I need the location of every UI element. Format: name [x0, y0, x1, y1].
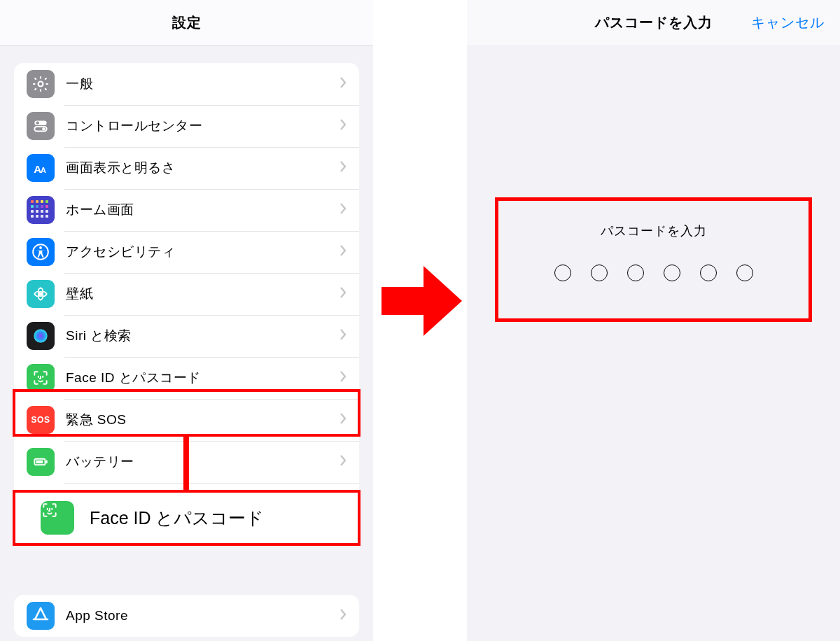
- settings-row-siri[interactable]: Siri と検索: [14, 315, 359, 357]
- passcode-dot: [664, 265, 680, 281]
- chevron-right-icon: [340, 412, 346, 428]
- row-label: アクセシビリティ: [66, 243, 175, 261]
- chevron-right-icon: [340, 286, 346, 302]
- chevron-right-icon: [340, 370, 346, 386]
- chevron-right-icon: [340, 118, 346, 134]
- chevron-right-icon: [340, 202, 346, 218]
- face-id-icon: [41, 501, 74, 535]
- passcode-dot: [591, 265, 608, 281]
- settings-row-app-store[interactable]: App Store: [14, 595, 359, 637]
- svg-point-0: [38, 82, 43, 87]
- accessibility-icon: [27, 238, 55, 266]
- app-store-icon: [27, 602, 55, 630]
- svg-point-8: [39, 246, 42, 249]
- settings-row-accessibility[interactable]: アクセシビリティ: [14, 231, 359, 273]
- svg-rect-12: [46, 460, 48, 463]
- passcode-dot: [554, 265, 571, 281]
- settings-header: 設定: [0, 0, 373, 46]
- svg-text:A: A: [41, 166, 46, 174]
- row-label: 画面表示と明るさ: [66, 159, 175, 177]
- face-id-icon: [27, 364, 55, 392]
- row-label: ホーム画面: [66, 201, 134, 219]
- passcode-dot: [627, 265, 644, 281]
- passcode-header: パスコードを入力 キャンセル: [467, 0, 840, 45]
- svg-point-10: [34, 329, 48, 343]
- settings-row-face-id[interactable]: Face ID とパスコード: [14, 357, 359, 399]
- chevron-right-icon: [340, 328, 346, 344]
- svg-rect-13: [36, 460, 43, 463]
- passcode-dots[interactable]: [502, 265, 805, 281]
- row-label: 緊急 SOS: [66, 411, 126, 429]
- passcode-dot: [736, 265, 753, 281]
- chevron-right-icon: [340, 454, 346, 470]
- row-label: 一般: [66, 75, 93, 93]
- svg-point-4: [42, 127, 45, 130]
- callout-label: Face ID とパスコード: [90, 507, 264, 530]
- siri-icon: [27, 322, 55, 350]
- settings-row-home-screen[interactable]: ホーム画面: [14, 189, 359, 231]
- wallpaper-icon: [27, 280, 55, 308]
- svg-point-3: [36, 122, 39, 125]
- row-label: Face ID とパスコード: [66, 369, 201, 387]
- gear-icon: [27, 70, 55, 98]
- row-label: バッテリー: [66, 453, 134, 471]
- cancel-button[interactable]: キャンセル: [751, 13, 825, 32]
- row-label: App Store: [66, 608, 128, 624]
- row-label: Siri と検索: [66, 327, 132, 345]
- text-size-icon: AA: [27, 154, 55, 182]
- settings-list-2: App Store: [14, 595, 359, 637]
- toggles-icon: [27, 112, 55, 140]
- svg-rect-14: [27, 602, 55, 630]
- highlight-callout: Face ID とパスコード: [13, 490, 360, 546]
- settings-row-general[interactable]: 一般: [14, 63, 359, 105]
- settings-title: 設定: [172, 13, 202, 32]
- settings-row-wallpaper[interactable]: 壁紙: [14, 273, 359, 315]
- row-label: コントロールセンター: [66, 117, 202, 135]
- sos-text: SOS: [31, 415, 50, 425]
- chevron-right-icon: [340, 608, 346, 624]
- settings-panel: 設定 一般 コントロールセンター AA 画面表: [0, 0, 373, 641]
- sos-icon: SOS: [27, 406, 55, 434]
- settings-row-display[interactable]: AA 画面表示と明るさ: [14, 147, 359, 189]
- passcode-panel: パスコードを入力 キャンセル パスコードを入力: [467, 0, 840, 641]
- chevron-right-icon: [340, 244, 346, 260]
- passcode-dot: [700, 265, 717, 281]
- chevron-right-icon: [340, 160, 346, 176]
- battery-icon: [27, 448, 55, 476]
- passcode-entry-area: パスコードを入力: [502, 203, 805, 322]
- passcode-prompt: パスコードを入力: [502, 223, 805, 239]
- passcode-title: パスコードを入力: [595, 13, 713, 32]
- settings-row-control-center[interactable]: コントロールセンター: [14, 105, 359, 147]
- chevron-right-icon: [340, 76, 346, 92]
- row-label: 壁紙: [66, 285, 93, 303]
- step-arrow-icon: [382, 266, 465, 336]
- app-grid-icon: [27, 196, 55, 224]
- highlight-connector: [183, 434, 189, 493]
